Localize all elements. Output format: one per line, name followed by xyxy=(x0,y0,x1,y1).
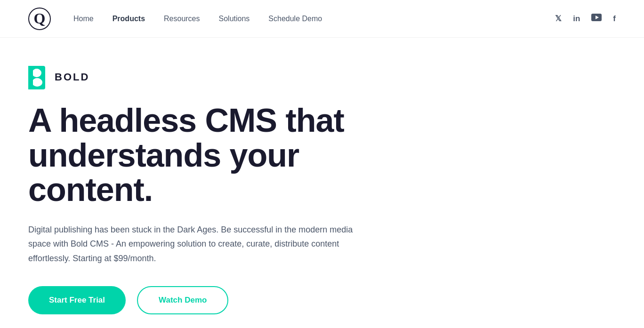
nav-item-solutions[interactable]: Solutions xyxy=(219,15,250,23)
hero-title-line3: content. xyxy=(28,171,153,208)
start-free-trial-button[interactable]: Start Free Trial xyxy=(28,286,126,314)
svg-rect-7 xyxy=(33,78,41,85)
brand-badge: BOLD xyxy=(28,66,395,88)
nav-item-resources[interactable]: Resources xyxy=(164,15,200,23)
cta-buttons: Start Free Trial Watch Demo xyxy=(28,286,395,314)
nav-item-schedule-demo[interactable]: Schedule Demo xyxy=(268,15,322,23)
facebook-icon[interactable]: f xyxy=(613,14,616,24)
hero-subtitle: Digital publishing has been stuck in the… xyxy=(28,223,377,266)
twitter-icon[interactable]: 𝕏 xyxy=(555,14,562,24)
nav-home-link[interactable]: Home xyxy=(73,15,94,23)
nav-solutions-link[interactable]: Solutions xyxy=(219,15,250,23)
navbar: Q Home Products Resources Solutions Sche… xyxy=(0,0,644,38)
hero-title: A headless CMS that understands your con… xyxy=(28,104,395,208)
bold-b-icon xyxy=(28,66,48,88)
nav-item-products[interactable]: Products xyxy=(113,15,145,23)
hero-title-line2: understands your xyxy=(28,137,299,174)
linkedin-icon[interactable]: in xyxy=(573,14,580,24)
nav-left: Q Home Products Resources Solutions Sche… xyxy=(28,8,322,30)
nav-products-link[interactable]: Products xyxy=(113,15,145,23)
nav-schedule-demo-link[interactable]: Schedule Demo xyxy=(268,15,322,23)
nav-item-home[interactable]: Home xyxy=(73,15,94,23)
svg-rect-5 xyxy=(28,66,33,89)
svg-rect-6 xyxy=(33,69,40,75)
youtube-icon[interactable] xyxy=(591,14,602,24)
nav-right: 𝕏 in f xyxy=(555,14,616,24)
nav-links: Home Products Resources Solutions Schedu… xyxy=(73,15,322,23)
logo-text: Q xyxy=(34,10,46,27)
watch-demo-button[interactable]: Watch Demo xyxy=(137,286,228,314)
logo[interactable]: Q xyxy=(28,8,51,30)
nav-resources-link[interactable]: Resources xyxy=(164,15,200,23)
brand-name: BOLD xyxy=(55,71,89,83)
hero-title-line1: A headless CMS that xyxy=(28,102,344,139)
hero-section: BOLD A headless CMS that understands you… xyxy=(0,38,424,314)
